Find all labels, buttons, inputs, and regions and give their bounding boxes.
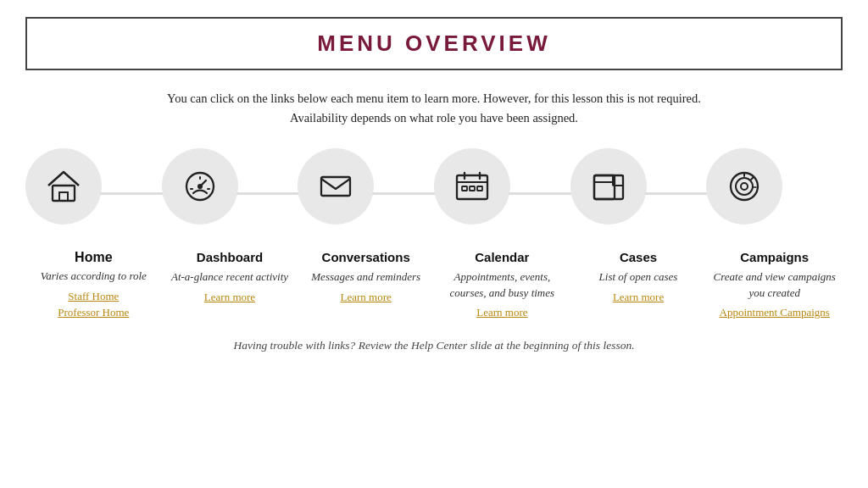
cases-icon bbox=[589, 167, 628, 206]
dashboard-learn-more[interactable]: Learn more bbox=[165, 291, 295, 304]
campaigns-icon-circle bbox=[706, 148, 782, 225]
dashboard-content: Dashboard At-a-glance recent activity Le… bbox=[162, 250, 298, 306]
title-box: MENU OVERVIEW bbox=[25, 17, 843, 70]
campaigns-circle-wrap bbox=[706, 148, 843, 238]
menu-content-row: Home Varies according to role Staff Home… bbox=[25, 250, 843, 321]
conversations-item: Conversations Messages and reminders Lea… bbox=[298, 250, 434, 306]
connector-2 bbox=[236, 192, 300, 195]
cases-desc: List of open cases bbox=[574, 269, 704, 285]
cases-title: Cases bbox=[574, 250, 704, 264]
conversations-content: Conversations Messages and reminders Lea… bbox=[298, 250, 434, 306]
connector-3 bbox=[372, 192, 436, 195]
campaigns-content: Campaigns Create and view campaigns you … bbox=[706, 250, 843, 321]
trouble-text: Having trouble with links? Review the He… bbox=[233, 339, 634, 352]
icon-circles-row bbox=[25, 148, 843, 238]
appointment-campaigns-link[interactable]: Appointment Campaigns bbox=[709, 306, 839, 319]
conversations-title: Conversations bbox=[301, 250, 431, 264]
calendar-item: Calendar Appointments, events, courses, … bbox=[434, 250, 570, 321]
dashboard-desc: At-a-glance recent activity bbox=[165, 269, 295, 285]
page-container: MENU OVERVIEW You can click on the links… bbox=[0, 0, 868, 369]
footer-trouble: Having trouble with links? Review the He… bbox=[25, 339, 843, 352]
cases-learn-more[interactable]: Learn more bbox=[574, 291, 704, 304]
calendar-circle-wrap bbox=[434, 148, 570, 238]
home-title: Home bbox=[29, 250, 159, 265]
cases-content: Cases List of open cases Learn more bbox=[570, 250, 707, 306]
intro-line1: You can click on the links below each me… bbox=[25, 89, 843, 108]
intro-line2: Availability depends on what role you ha… bbox=[25, 108, 843, 128]
svg-rect-1 bbox=[59, 192, 68, 201]
svg-point-22 bbox=[741, 183, 748, 190]
campaigns-desc: Create and view campaigns you created bbox=[709, 269, 839, 300]
campaigns-icon bbox=[725, 167, 764, 206]
home-content: Home Varies according to role Staff Home… bbox=[25, 250, 162, 321]
conversations-icon bbox=[316, 167, 355, 206]
svg-rect-16 bbox=[594, 175, 623, 199]
campaigns-item: Campaigns Create and view campaigns you … bbox=[706, 250, 843, 321]
svg-rect-15 bbox=[477, 186, 482, 191]
dashboard-circle-wrap bbox=[162, 148, 298, 238]
campaigns-title: Campaigns bbox=[709, 250, 839, 264]
connector-4 bbox=[509, 192, 572, 195]
svg-line-24 bbox=[751, 177, 754, 180]
connector-5 bbox=[645, 192, 709, 195]
home-icon bbox=[44, 167, 83, 206]
conversations-learn-more[interactable]: Learn more bbox=[301, 291, 431, 304]
calendar-desc: Appointments, events, courses, and busy … bbox=[437, 269, 567, 300]
cases-circle-wrap bbox=[570, 148, 707, 238]
conversations-desc: Messages and reminders bbox=[301, 269, 431, 285]
home-item: Home Varies according to role Staff Home… bbox=[25, 250, 162, 321]
svg-rect-14 bbox=[470, 186, 475, 191]
intro-section: You can click on the links below each me… bbox=[25, 89, 843, 128]
cases-icon-circle bbox=[570, 148, 647, 225]
svg-rect-8 bbox=[321, 177, 350, 196]
professor-home-link[interactable]: Professor Home bbox=[29, 306, 159, 319]
connector-1 bbox=[100, 192, 164, 195]
dashboard-title: Dashboard bbox=[165, 250, 295, 264]
cases-item: Cases List of open cases Learn more bbox=[570, 250, 707, 306]
conversations-icon-circle bbox=[298, 148, 374, 225]
calendar-icon bbox=[453, 167, 492, 206]
dashboard-icon bbox=[181, 167, 220, 206]
staff-home-link[interactable]: Staff Home bbox=[29, 290, 159, 303]
home-circle-wrap bbox=[25, 148, 162, 238]
calendar-icon-circle bbox=[434, 148, 510, 225]
svg-rect-13 bbox=[462, 186, 467, 191]
page-title: MENU OVERVIEW bbox=[44, 30, 824, 57]
conversations-circle-wrap bbox=[298, 148, 434, 238]
calendar-content: Calendar Appointments, events, courses, … bbox=[434, 250, 570, 321]
svg-point-4 bbox=[198, 185, 202, 188]
svg-rect-17 bbox=[594, 175, 615, 199]
svg-point-21 bbox=[736, 178, 753, 195]
home-icon-circle bbox=[25, 148, 102, 225]
calendar-learn-more[interactable]: Learn more bbox=[437, 306, 567, 319]
calendar-title: Calendar bbox=[437, 250, 567, 264]
dashboard-item: Dashboard At-a-glance recent activity Le… bbox=[162, 250, 298, 306]
dashboard-icon-circle bbox=[162, 148, 238, 225]
home-desc: Varies according to role bbox=[29, 269, 159, 284]
